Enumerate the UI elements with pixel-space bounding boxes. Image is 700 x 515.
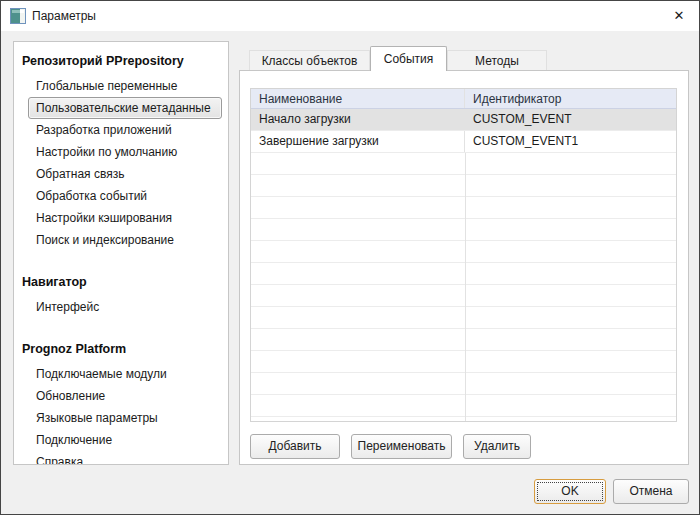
dialog-title: Параметры	[32, 9, 96, 23]
event-id-cell: CUSTOM_EVENT1	[465, 131, 676, 152]
table-row[interactable]: Завершение загрузки CUSTOM_EVENT1	[251, 131, 676, 153]
options-dialog: Параметры ✕ Репозиторий PPrepository Гло…	[0, 0, 700, 515]
nav-item-update[interactable]: Обновление	[28, 385, 222, 407]
nav-section-navigator: Навигатор	[14, 273, 228, 291]
nav-item-search-indexing[interactable]: Поиск и индексирование	[28, 229, 222, 251]
nav-item-app-development[interactable]: Разработка приложений	[28, 119, 222, 141]
delete-button[interactable]: Удалить	[463, 434, 531, 459]
title-bar: Параметры ✕	[1, 1, 699, 31]
table-row[interactable]: Начало загрузки CUSTOM_EVENT	[251, 109, 676, 131]
nav-item-help[interactable]: Справка	[28, 451, 222, 465]
close-icon[interactable]: ✕	[668, 6, 690, 26]
nav-item-language-options[interactable]: Языковые параметры	[28, 407, 222, 429]
app-icon	[10, 8, 26, 24]
tab-object-classes[interactable]: Классы объектов	[249, 50, 370, 71]
events-tab-panel: Наименование Идентификатор Начало загруз…	[239, 70, 689, 465]
nav-section-prognoz-platform: Prognoz Platform	[14, 340, 228, 358]
nav-item-event-handling[interactable]: Обработка событий	[28, 185, 222, 207]
cancel-button[interactable]: Отмена	[613, 479, 689, 504]
nav-item-global-variables[interactable]: Глобальные переменные	[28, 75, 222, 97]
column-header-identifier[interactable]: Идентификатор	[465, 89, 676, 108]
add-button[interactable]: Добавить	[250, 434, 340, 459]
ok-button[interactable]: OK	[534, 479, 606, 504]
event-name-cell: Завершение загрузки	[251, 131, 465, 152]
rename-button[interactable]: Переименовать	[351, 434, 452, 459]
nav-item-connection[interactable]: Подключение	[28, 429, 222, 451]
table-header-row: Наименование Идентификатор	[251, 89, 676, 109]
nav-item-cache-settings[interactable]: Настройки кэширования	[28, 207, 222, 229]
column-header-name[interactable]: Наименование	[251, 89, 465, 108]
settings-nav-panel: Репозиторий PPrepository Глобальные пере…	[13, 41, 229, 465]
nav-item-default-settings[interactable]: Настройки по умолчанию	[28, 141, 222, 163]
nav-item-interface[interactable]: Интерфейс	[28, 296, 222, 318]
tab-strip: Классы объектов События Методы	[239, 46, 547, 71]
table-empty-rows	[251, 153, 676, 421]
tab-methods[interactable]: Методы	[447, 50, 547, 71]
nav-item-plugins[interactable]: Подключаемые модули	[28, 363, 222, 385]
table-actions: Добавить Переименовать Удалить	[250, 434, 531, 459]
event-id-cell: CUSTOM_EVENT	[465, 109, 676, 130]
nav-section-repository: Репозиторий PPrepository	[14, 52, 228, 70]
nav-item-feedback[interactable]: Обратная связь	[28, 163, 222, 185]
tab-events[interactable]: События	[370, 46, 447, 71]
event-name-cell: Начало загрузки	[251, 109, 465, 130]
nav-item-user-metadata[interactable]: Пользовательские метаданные	[28, 97, 222, 119]
events-table: Наименование Идентификатор Начало загруз…	[250, 88, 677, 422]
